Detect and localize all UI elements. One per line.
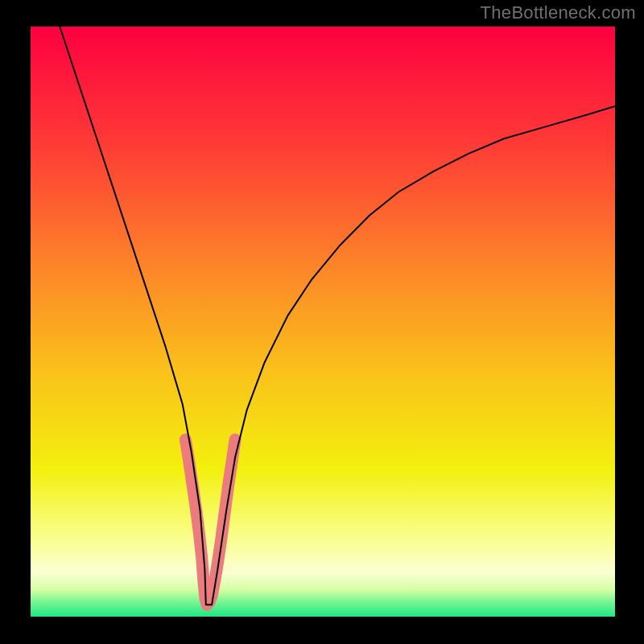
bottleneck-chart	[0, 0, 644, 644]
plot-background	[31, 27, 615, 617]
chart-container: TheBottleneck.com	[0, 0, 644, 644]
watermark-text: TheBottleneck.com	[481, 2, 636, 23]
